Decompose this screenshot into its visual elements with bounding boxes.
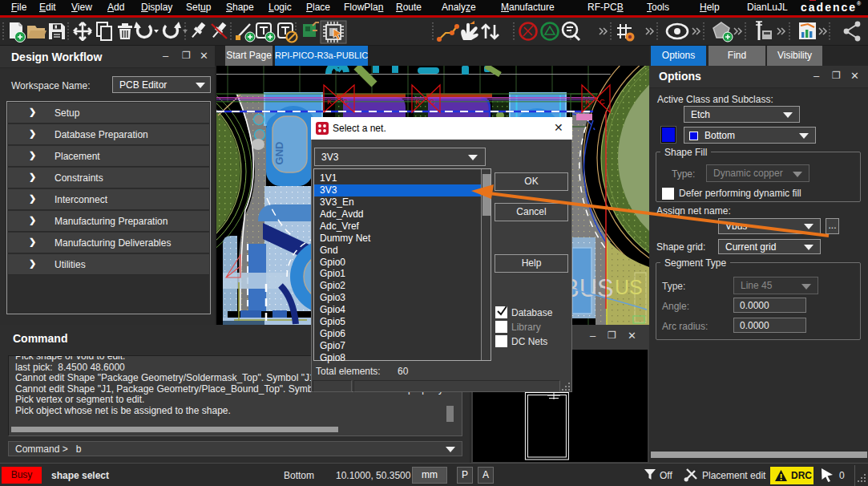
svg-text:K: K <box>585 98 590 106</box>
svg-text:C: C <box>343 98 349 106</box>
svg-text:K: K <box>415 98 420 106</box>
svg-text:GND: GND <box>273 142 285 165</box>
svg-text:US: US <box>615 276 643 298</box>
svg-text:K: K <box>327 98 332 106</box>
svg-text:C: C <box>430 98 435 106</box>
svg-text:C: C <box>600 98 605 106</box>
